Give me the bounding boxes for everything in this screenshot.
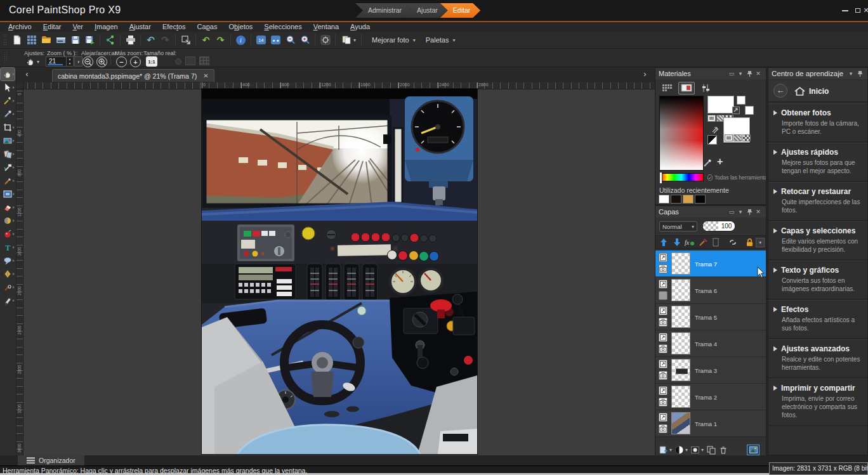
layer-visibility-icon[interactable] <box>659 344 667 353</box>
hue-bar[interactable] <box>659 173 704 181</box>
text-tool[interactable]: T <box>1 241 15 254</box>
layer-thumbnail[interactable] <box>671 359 690 381</box>
zoom-spinner[interactable]: ▲▼ <box>66 57 73 66</box>
zoom-input[interactable]: 21 ▲▼ <box>46 56 74 67</box>
mask-layer-button[interactable]: ▾ <box>689 444 705 455</box>
menu-item[interactable]: Imagen <box>89 22 124 32</box>
clone-brush-tool[interactable] <box>1 174 15 187</box>
all-tools-checkbox[interactable]: ✓ Todas las herramientas <box>707 174 766 181</box>
browse-icon[interactable] <box>24 33 39 48</box>
eraser-tool[interactable] <box>1 201 15 214</box>
document-tab[interactable]: cabina montada3.pspimage* @ 21% (Trama 7… <box>52 69 214 82</box>
zoom-in-icon[interactable] <box>298 33 312 48</box>
pin-icon[interactable] <box>745 69 754 78</box>
layer-thumbnail[interactable] <box>671 412 690 434</box>
opacity-slider[interactable]: 100 <box>702 221 735 231</box>
enhance-photo-dropdown[interactable]: Mejorar foto▾ <box>364 33 418 47</box>
makeover-tool[interactable] <box>1 148 15 160</box>
menu-item[interactable]: Ayuda <box>345 22 376 32</box>
page-icon[interactable] <box>709 237 722 249</box>
menu-item[interactable]: Editar <box>37 22 67 32</box>
swatches-tab[interactable] <box>659 82 676 94</box>
dropper-icon[interactable] <box>702 158 713 168</box>
home-icon[interactable] <box>794 86 806 96</box>
undo-icon[interactable]: ↶ <box>143 33 158 48</box>
learning-section[interactable]: Texto y gráficos Convierta sus fotos en … <box>768 261 867 300</box>
blend-mode-dropdown[interactable]: Normal ▾ <box>659 221 697 231</box>
copy-dropdown[interactable]: ▾ <box>338 33 358 47</box>
menu-item[interactable]: Ver <box>67 22 89 32</box>
color-changer-tool[interactable] <box>1 214 15 227</box>
red-eye-tool[interactable] <box>1 134 15 147</box>
crop-tool[interactable] <box>1 121 15 134</box>
layer-type-icon[interactable] <box>659 413 667 422</box>
maximize-panel-icon[interactable]: ▭ <box>727 69 736 78</box>
delete-layer-button[interactable] <box>718 444 729 455</box>
recent-swatch[interactable] <box>683 195 694 204</box>
magnifier-plus-icon[interactable] <box>96 56 107 67</box>
close-button[interactable]: ✕ <box>864 4 868 17</box>
magnifier-minus-icon[interactable] <box>82 56 93 67</box>
pan-tool[interactable] <box>1 68 15 81</box>
layer-thumbnail[interactable] <box>671 332 690 355</box>
canvas[interactable]: 040080012001600200024002800 040080012001… <box>16 82 655 455</box>
menu-item[interactable]: Selecciones <box>258 22 307 32</box>
menu-item[interactable]: Ajustar <box>124 22 157 32</box>
layer-row[interactable]: Trama 3 <box>655 357 766 384</box>
layer-visibility-icon[interactable] <box>659 371 667 380</box>
swap-colors-icon[interactable] <box>711 126 720 134</box>
share-icon[interactable] <box>103 33 117 48</box>
organizer-tab[interactable]: Organizador <box>18 455 84 465</box>
layer-visibility-icon[interactable] <box>659 424 667 433</box>
script-redo-icon[interactable]: ↷ <box>213 33 228 48</box>
gradient-style-icon[interactable] <box>733 134 742 141</box>
pin-icon[interactable] <box>855 69 864 78</box>
layer-row[interactable]: Trama 1 <box>655 410 766 437</box>
info-icon[interactable]: i <box>233 33 248 48</box>
menu-item[interactable]: Ventana <box>308 22 345 32</box>
warp-brush-tool[interactable] <box>1 281 15 294</box>
layer-row[interactable]: Trama 2 <box>655 384 766 410</box>
learning-section[interactable]: Retocar y restaurar Quite imperfecciones… <box>768 182 867 221</box>
saturation-box[interactable] <box>659 96 704 171</box>
zoom-minus-icon[interactable]: − <box>116 56 127 67</box>
resize-icon[interactable] <box>178 33 193 48</box>
layer-type-icon[interactable] <box>659 360 667 368</box>
menu-item[interactable]: Archivo <box>3 22 37 32</box>
layer-row[interactable]: Trama 5 <box>655 304 766 330</box>
layer-thumbnail[interactable] <box>671 279 690 301</box>
maximize-panel-icon[interactable]: ▭ <box>727 207 736 216</box>
layer-visibility-icon[interactable] <box>659 264 667 273</box>
canvas-image[interactable] <box>202 89 477 454</box>
retouch-brush-tool[interactable] <box>1 161 15 174</box>
zoom-dropdown[interactable]: ▾ <box>74 56 82 67</box>
layer-thumbnail[interactable] <box>671 252 690 275</box>
workflow-tab[interactable]: Administrar <box>355 3 412 18</box>
layer-thumbnail[interactable] <box>671 306 690 328</box>
layer-type-icon[interactable] <box>659 280 667 289</box>
learning-section[interactable]: Imprimir y compartir Imprima, envíe por … <box>768 379 867 426</box>
recent-swatch[interactable] <box>659 195 669 204</box>
settings-icon[interactable] <box>318 33 332 48</box>
layer-visibility-icon[interactable] <box>659 318 667 327</box>
swap-stroke-fill-icon[interactable] <box>732 107 740 114</box>
pin-icon[interactable] <box>745 207 754 216</box>
scan-icon[interactable] <box>53 33 68 48</box>
tab-scroll-right[interactable]: › <box>640 69 650 80</box>
magic-wand-tool[interactable] <box>1 94 15 107</box>
learning-section[interactable]: Obtener fotos Importe fotos de la cámara… <box>768 103 867 143</box>
tab-scroll-left[interactable]: ‹ <box>22 69 32 80</box>
layer-thumbnail[interactable] <box>671 386 690 408</box>
back-button[interactable]: ← <box>773 84 787 98</box>
edit-brush-icon[interactable] <box>696 237 709 249</box>
color-style-icon[interactable] <box>725 134 733 141</box>
script-undo-icon[interactable]: ↶ <box>199 33 213 48</box>
layer-type-icon[interactable] <box>659 386 667 395</box>
layer-row[interactable]: Trama 6 <box>655 277 766 304</box>
add-swatch-icon[interactable]: + <box>717 156 723 167</box>
pen-tool[interactable] <box>1 268 15 280</box>
move-down-icon[interactable] <box>670 237 683 249</box>
close-panel-icon[interactable]: ✕ <box>754 69 763 78</box>
layer-row[interactable]: Trama 7 <box>655 251 766 277</box>
quick-review-icon[interactable]: 14 <box>254 33 268 48</box>
